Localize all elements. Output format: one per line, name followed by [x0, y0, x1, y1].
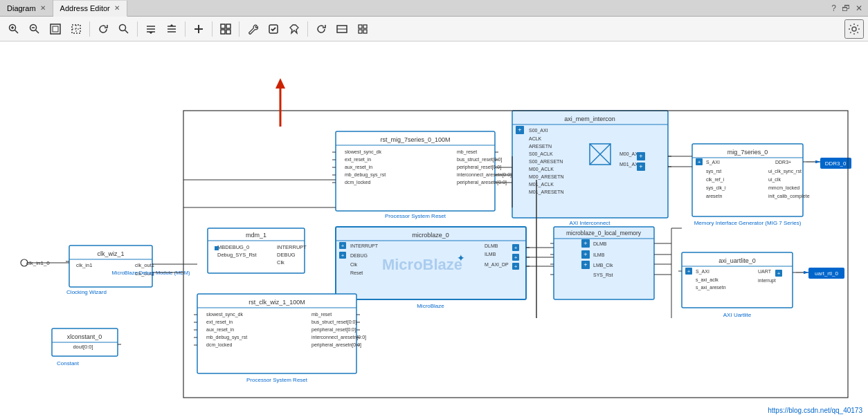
wrench-button[interactable]	[243, 19, 262, 39]
rotate-button[interactable]	[93, 19, 113, 39]
svg-text:Clocking Wizard: Clocking Wizard	[66, 289, 107, 295]
svg-text:ILMB: ILMB	[485, 252, 496, 257]
svg-text:Processor System Reset: Processor System Reset	[246, 377, 308, 383]
svg-rect-22	[221, 24, 225, 28]
svg-text:mb_debug_sys_rst: mb_debug_sys_rst	[345, 172, 386, 178]
svg-text:mdm_1: mdm_1	[246, 232, 266, 239]
svg-text:✦: ✦	[457, 252, 465, 263]
svg-point-12	[120, 24, 126, 30]
fit-button[interactable]	[46, 19, 65, 39]
svg-text:INTERRUPT: INTERRUPT	[350, 243, 379, 248]
svg-line-13	[125, 30, 129, 33]
svg-text:M00_AXI: M00_AXI	[620, 151, 640, 157]
zoom-in-button[interactable]	[4, 19, 24, 39]
svg-text:DLMB: DLMB	[593, 241, 607, 246]
tab-diagram-label: Diagram	[7, 4, 36, 12]
zoom-out-button[interactable]	[25, 19, 44, 39]
svg-text:+: +	[777, 270, 781, 277]
svg-rect-7	[51, 24, 60, 34]
svg-point-33	[852, 27, 856, 31]
svg-text:dcm_locked: dcm_locked	[206, 342, 232, 348]
svg-text:+: +	[514, 263, 518, 270]
svg-text:LMB_Clk: LMB_Clk	[593, 263, 613, 268]
svg-text:clk_wiz_1: clk_wiz_1	[97, 250, 124, 257]
diagram-svg: clk_in1_0 clk_wiz_1 clk_in1 clk_out1 clk…	[0, 41, 868, 417]
tab-address-editor-close[interactable]: ✕	[114, 4, 120, 12]
svg-text:interrupt: interrupt	[758, 278, 776, 284]
svg-text:+: +	[518, 127, 521, 133]
svg-text:aresetn: aresetn	[706, 194, 722, 198]
svg-rect-30	[363, 25, 367, 28]
svg-text:microblaze_0: microblaze_0	[412, 232, 449, 239]
svg-text:SYS_Rst: SYS_Rst	[593, 272, 613, 278]
tab-bar: Diagram ✕ Address Editor ✕ ? 🗗 ✕	[0, 0, 868, 17]
svg-rect-178	[197, 294, 356, 373]
svg-rect-65	[336, 131, 495, 211]
zoom-region-button[interactable]	[114, 19, 134, 39]
svg-rect-8	[53, 26, 58, 32]
svg-text:AXI Uartlite: AXI Uartlite	[723, 312, 752, 318]
svg-text:S_AXI: S_AXI	[696, 269, 709, 275]
svg-text:+: +	[514, 245, 518, 251]
svg-text:dout[0:0]: dout[0:0]	[73, 344, 93, 350]
sep1	[89, 21, 90, 37]
svg-text:+: +	[341, 243, 345, 249]
svg-rect-59	[215, 246, 219, 250]
svg-text:M00_ACLK: M00_ACLK	[529, 167, 554, 172]
sep2	[137, 21, 138, 37]
tab-diagram[interactable]: Diagram ✕	[0, 0, 53, 16]
toolbar-right	[844, 19, 864, 39]
refresh-button[interactable]	[311, 19, 331, 39]
svg-text:M_AXI_DP: M_AXI_DP	[485, 262, 509, 268]
canvas-area[interactable]: clk_in1_0 clk_wiz_1 clk_in1 clk_out1 clk…	[0, 41, 868, 417]
svg-rect-31	[359, 30, 362, 33]
pin-button[interactable]	[284, 19, 304, 39]
svg-text:MBDEBUG_0: MBDEBUG_0	[217, 244, 249, 250]
svg-text:clk_out1: clk_out1	[135, 262, 154, 268]
svg-text:peripheral_reset[0:0]: peripheral_reset[0:0]	[457, 165, 501, 170]
tab-diagram-close[interactable]: ✕	[40, 4, 46, 12]
layout-up-button[interactable]	[162, 19, 181, 39]
split-button[interactable]	[332, 19, 352, 39]
svg-text:DEBUG: DEBUG	[277, 252, 296, 258]
svg-text:S00_AXI: S00_AXI	[529, 128, 548, 133]
svg-text:Processor System Reset: Processor System Reset	[385, 213, 446, 219]
tab-address-editor[interactable]: Address Editor ✕	[53, 1, 127, 17]
sep4	[212, 21, 213, 37]
svg-text:sys_rst: sys_rst	[706, 169, 721, 174]
svg-text:clk_ref_i: clk_ref_i	[706, 177, 725, 183]
svg-text:+: +	[639, 153, 642, 160]
grid-button[interactable]	[353, 19, 372, 39]
svg-rect-32	[363, 30, 367, 33]
svg-text:DDR3_0: DDR3_0	[825, 160, 847, 167]
svg-text:S00_ARESETN: S00_ARESETN	[529, 159, 563, 165]
svg-text:S00_ACLK: S00_ACLK	[529, 151, 553, 157]
svg-text:dcm_locked: dcm_locked	[345, 180, 370, 185]
svg-text:Memory Interface Generator (MI: Memory Interface Generator (MIG 7 Series…	[694, 220, 802, 226]
url-bar: https://blog.csdn.net/qq_40173	[768, 407, 862, 414]
svg-text:ui_clk_sync_rst: ui_clk_sync_rst	[768, 169, 802, 174]
svg-text:ACLK: ACLK	[529, 136, 542, 141]
svg-rect-23	[226, 24, 230, 28]
svg-text:ui_clk: ui_clk	[768, 177, 781, 183]
validate-button[interactable]	[264, 19, 283, 39]
svg-text:ext_reset_in: ext_reset_in	[345, 157, 371, 163]
svg-rect-29	[359, 25, 362, 28]
settings-button[interactable]	[844, 19, 864, 39]
select-area-button[interactable]	[66, 19, 86, 39]
svg-text:Clk: Clk	[277, 259, 284, 266]
svg-text:slowest_sync_dk: slowest_sync_dk	[206, 312, 243, 317]
svg-text:+: +	[584, 240, 587, 247]
svg-rect-25	[226, 30, 230, 34]
svg-text:rst_mig_7series_0_100M: rst_mig_7series_0_100M	[380, 136, 450, 143]
restore-icon[interactable]: 🗗	[842, 3, 850, 13]
add-button[interactable]	[189, 19, 208, 39]
close-window-icon[interactable]: ✕	[856, 3, 862, 13]
svg-text:M01_AXI: M01_AXI	[620, 162, 640, 167]
svg-text:axi_uartlite_0: axi_uartlite_0	[718, 257, 756, 264]
svg-text:AXI Interconnect: AXI Interconnect	[569, 220, 611, 226]
layout-down-button[interactable]	[141, 19, 161, 39]
svg-text:mig_7series_0: mig_7series_0	[727, 149, 768, 156]
help-icon[interactable]: ?	[831, 3, 836, 13]
custom1-button[interactable]	[216, 19, 235, 39]
